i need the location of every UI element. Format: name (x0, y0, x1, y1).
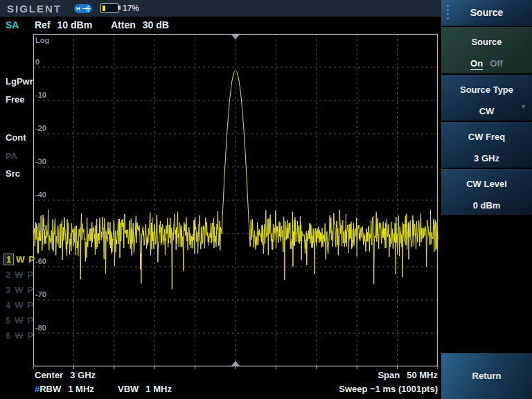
center-freq-marker-bottom (231, 361, 240, 366)
annunciator-lgpwr: LgPwr (6, 76, 33, 87)
y-label-70: -70 (35, 290, 46, 299)
source-label: Source (441, 37, 532, 47)
source-type-label: Source Type (441, 85, 532, 95)
annunciator-free: Free (6, 94, 24, 105)
spectrum-plot (33, 34, 438, 366)
rbw-label: #RBW (35, 384, 61, 394)
measurement-header: SA Ref10 dBm Atten30 dB (0, 19, 441, 32)
atten-value: 30 dB (143, 19, 169, 30)
battery-fill (103, 6, 105, 11)
spectrum-display: Log 0 -10 -20 -30 -40 -50 -60 -70 -80 (33, 34, 438, 366)
trace-6-number: 6 (3, 330, 12, 341)
trace-3-write: W (15, 285, 24, 295)
rbw-value: 1 MHz (68, 384, 94, 394)
cw-freq-label: CW Freq (441, 132, 532, 142)
center-label: Center (35, 370, 63, 380)
center-frequency[interactable]: Center3 GHz (35, 370, 96, 380)
atten-label: Atten (111, 19, 136, 30)
source-on-option[interactable]: On (470, 58, 483, 70)
attenuation[interactable]: Atten30 dB (111, 19, 169, 30)
spectrum-analyzer-screen: SIGLENT H 17% SA Ref10 dBm Atten30 dB Lg… (0, 0, 532, 399)
y-label-0: 0 (35, 57, 39, 66)
source-off-option[interactable]: Off (490, 58, 503, 69)
return-button[interactable]: Return (441, 353, 532, 399)
trace-2-write: W (15, 269, 24, 280)
menu-dots-icon (447, 5, 450, 21)
rbw-readout[interactable]: #RBW1 MHz (35, 384, 94, 394)
amplitude-scale-label: Log (35, 36, 49, 44)
menu-item-source-onoff[interactable]: Source OnOff (441, 27, 532, 73)
sweep-readout: Sweep ~1 ms (1001pts) (339, 384, 438, 394)
center-value: 3 GHz (70, 370, 96, 380)
y-label-30: -30 (35, 157, 46, 166)
menu-item-cw-freq[interactable]: CW Freq 3 GHz (441, 122, 532, 168)
y-label-60: -60 (35, 257, 46, 265)
cw-level-value: 0 dBm (441, 200, 532, 211)
menu-item-cw-level[interactable]: CW Level 0 dBm (441, 169, 532, 215)
span-readout[interactable]: Span50 MHz (378, 370, 438, 380)
menu-header: Source (441, 0, 532, 26)
trace-1-write: W (16, 254, 25, 265)
brand-logo: SIGLENT (7, 3, 62, 15)
annunciator-cont: Cont (6, 132, 26, 143)
y-label-10: -10 (35, 91, 46, 99)
trace-4-number: 4 (3, 300, 12, 310)
usb-host-label: H (76, 4, 80, 13)
dropdown-arrow-icon: ▼ (520, 103, 526, 110)
annunciator-src: Src (6, 168, 20, 179)
span-label: Span (378, 370, 400, 380)
vbw-label: VBW (118, 384, 139, 394)
vbw-value: 1 MHz (145, 384, 172, 394)
y-label-40: -40 (35, 190, 46, 199)
vbw-readout[interactable]: VBW1 MHz (118, 384, 172, 394)
usb-trident-icon (82, 5, 91, 12)
trace-3-number: 3 (3, 285, 12, 295)
menu-item-source-type[interactable]: Source Type CW ▼ (441, 75, 532, 121)
menu-title: Source (441, 0, 532, 26)
ref-label: Ref (35, 19, 51, 30)
battery-percent: 17% (123, 3, 139, 13)
trace-1-number: 1 (3, 254, 14, 265)
battery-icon (100, 3, 118, 13)
titlebar: SIGLENT H 17% (0, 0, 441, 17)
trace-5-number: 5 (3, 315, 12, 326)
ref-level[interactable]: Ref10 dBm (35, 19, 92, 30)
soft-menu-panel: Source Source OnOff Source Type CW ▼ CW … (441, 0, 532, 399)
cw-level-label: CW Level (441, 179, 532, 189)
trace-5-write: W (15, 315, 24, 326)
source-type-value: CW (441, 106, 532, 116)
battery-nub (118, 6, 121, 10)
span-value: 50 MHz (407, 370, 438, 380)
mode-badge: SA (6, 19, 19, 30)
trace-4-write: W (15, 300, 24, 310)
ref-value: 10 dBm (57, 19, 93, 30)
center-freq-marker-top (231, 35, 240, 39)
return-label: Return (441, 353, 532, 399)
y-label-20: -20 (35, 124, 46, 132)
y-label-80: -80 (35, 323, 46, 332)
trace-6-write: W (15, 330, 24, 341)
usb-host-icon: H (74, 4, 92, 13)
annunciator-pa: PA (6, 151, 17, 161)
y-label-50: -50 (35, 224, 46, 232)
trace-2-number: 2 (3, 269, 12, 280)
cw-freq-value: 3 GHz (441, 153, 532, 163)
